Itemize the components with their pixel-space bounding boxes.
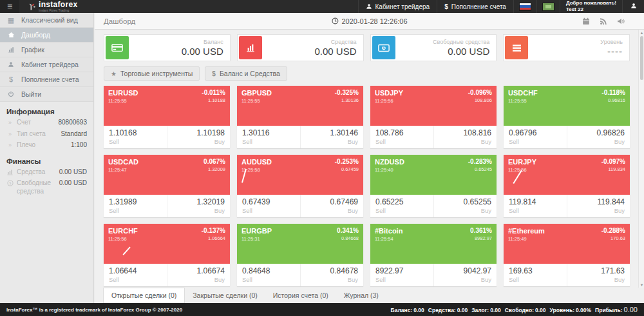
buy-quote-button[interactable]: 0.67469 Buy (300, 195, 364, 217)
deposit-button[interactable]: $ Пополнение счета (437, 0, 513, 13)
sell-quote-button[interactable]: 0.96796 Sell (504, 126, 567, 148)
trader-cabinet-button[interactable]: Кабинет трейдера (358, 0, 437, 13)
tile-time: 11:25:55 (242, 98, 272, 104)
sell-quote-button[interactable]: 8922.97 Sell (370, 264, 433, 286)
side-row-value: Standard (61, 130, 87, 137)
tile-header: AUDUSD 11:25:58 -0.253% 0.67459 (237, 155, 363, 195)
side-row-label: Плечо (17, 141, 68, 150)
stat-label: Залог: (471, 307, 489, 313)
buy-quote-button[interactable]: 9042.97 Buy (433, 264, 497, 286)
trading-instruments-button[interactable]: ★ Торговые инструменты (104, 66, 200, 81)
person-icon (366, 3, 372, 10)
sell-quote-button[interactable]: 169.63 Sell (504, 264, 567, 286)
clock-icon (331, 17, 338, 25)
trader-cabinet-label: Кабинет трейдера (375, 3, 430, 10)
tile-quotes: 0.67439 Sell 0.67469 Buy (237, 195, 363, 217)
dollar-icon: $ (6, 75, 15, 83)
language-russian-button[interactable] (513, 0, 536, 13)
sell-quote-button[interactable]: 0.65225 Sell (370, 195, 433, 217)
tile-ethereum[interactable]: #Ethereum 11:25:49 -0.288% 170.63 169.63… (504, 224, 630, 286)
sidebar-item-classic-view[interactable]: ▦ Классический вид (0, 13, 93, 28)
tile-audusd[interactable]: AUDUSD 11:25:58 -0.253% 0.67459 0.67439 … (237, 155, 363, 217)
calendar-icon[interactable] (582, 17, 590, 25)
rss-icon[interactable] (600, 17, 607, 25)
sell-price: 1.06644 (109, 266, 162, 275)
tile-eurchf[interactable]: EURCHF 11:25:56 -0.137% 1.06664 1.06644 … (104, 224, 230, 286)
user-menu-button[interactable] (622, 0, 644, 13)
tile-usdjpy[interactable]: USDJPY 11:25:56 -0.096% 108.806 108.786 … (370, 86, 497, 148)
menu-toggle-button[interactable]: ≡ (0, 0, 19, 13)
buy-quote-button[interactable]: 1.32019 Buy (167, 195, 231, 217)
tile-usdchf[interactable]: USDCHF 11:25:55 -0.118% 0.96816 0.96796 … (504, 86, 630, 148)
sidebar-item-logout[interactable]: Выйти (0, 87, 93, 102)
tile-eurusd[interactable]: EURUSD 11:25:55 -0.011% 1.10188 1.10168 … (104, 86, 230, 148)
sidebar-item-label: Пополнение счета (21, 75, 79, 83)
info-row-leverage: » Плечо 1:100 (0, 140, 93, 152)
tab-open-trades[interactable]: Открытые сделки (0) (103, 288, 185, 303)
sell-quote-button[interactable]: 0.67439 Sell (237, 195, 300, 217)
buy-quote-button[interactable]: 0.96826 Buy (567, 126, 630, 148)
stat-label: Средства: (428, 307, 456, 313)
tile-change-percent: -0.283% (468, 158, 492, 165)
tile-change-percent: 0.067% (204, 158, 225, 165)
brand-logo[interactable]: instaforex Instant Forex Trading (19, 0, 82, 13)
vertical-scrollbar[interactable]: ▲ ▼ (638, 30, 644, 288)
sell-quote-button[interactable]: 1.10168 Sell (104, 126, 167, 148)
tile-last-price: 108.806 (468, 97, 492, 103)
scroll-down-arrow[interactable]: ▼ (639, 282, 644, 288)
sell-quote-button[interactable]: 1.06644 Sell (104, 264, 167, 286)
scrollbar-thumb[interactable] (640, 36, 643, 80)
buy-quote-button[interactable]: 108.816 Buy (433, 126, 497, 148)
card-value: 0.00 USD (314, 46, 356, 57)
sell-quote-button[interactable]: 119.814 Sell (504, 195, 567, 217)
tile-symbol: USDCAD (108, 158, 138, 166)
side-row-value: 0.00 USD (59, 179, 87, 186)
buy-label: Buy (573, 207, 625, 214)
tile-usdcad[interactable]: USDCAD 11:25:47 0.067% 1.32009 1.31989 S… (104, 155, 230, 217)
tile-nzdusd[interactable]: NZDUSD 11:25:40 -0.283% 0.65245 0.65225 … (370, 155, 497, 217)
sell-quote-button[interactable]: 108.786 Sell (370, 126, 433, 148)
buy-label: Buy (573, 138, 625, 145)
tile-quotes: 169.63 Sell 171.63 Buy (504, 264, 630, 286)
tile-bitcoin[interactable]: #Bitcoin 11:25:54 0.361% 8982.97 8922.97… (370, 224, 497, 286)
megaphone-icon[interactable] (617, 17, 625, 25)
scroll-up-arrow[interactable]: ▲ (639, 30, 644, 35)
toolbar: ★ Торговые инструменты $ Баланс и Средст… (95, 64, 644, 82)
sell-quote-button[interactable]: 0.84648 Sell (237, 264, 300, 286)
tile-quotes: 1.06644 Sell 1.06674 Buy (104, 264, 230, 286)
tab-closed-trades[interactable]: Закрытые сделки (0) (185, 288, 265, 303)
sell-price: 1.10168 (109, 128, 162, 137)
language-alt-button[interactable] (536, 0, 560, 13)
sidebar-item-trader-cabinet[interactable]: Кабинет трейдера (0, 57, 93, 72)
tile-quotes: 1.10168 Sell 1.10198 Buy (104, 126, 230, 148)
tile-gbpusd[interactable]: GBPUSD 11:25:55 -0.325% 1.30136 1.30116 … (237, 86, 363, 148)
card-value: 0.00 USD (182, 46, 223, 57)
tile-time: 11:25:40 (375, 167, 404, 173)
tile-eurjpy[interactable]: EURJPY 11:25:56 -0.097% 119.834 119.814 … (504, 155, 630, 217)
sidebar-item-deposit[interactable]: $ Пополнение счета (0, 72, 93, 87)
chart-icon (6, 46, 15, 53)
tab-journal[interactable]: Журнал (3) (336, 288, 386, 303)
buy-quote-button[interactable]: 171.63 Buy (567, 264, 630, 286)
svg-text:$: $ (9, 181, 11, 185)
stat-label: Баланс: (391, 307, 413, 313)
sidebar-item-chart[interactable]: График (0, 43, 93, 57)
sidebar-item-label: Кабинет трейдера (21, 61, 79, 68)
tile-eurgbp[interactable]: EURGBP 11:25:31 0.341% 0.84668 0.84648 S… (237, 224, 363, 286)
tile-time: 11:25:54 (375, 236, 402, 242)
balance-funds-button[interactable]: $ Баланс и Средства (205, 66, 287, 81)
buy-quote-button[interactable]: 119.844 Buy (567, 195, 630, 217)
buy-quote-button[interactable]: 0.65255 Buy (433, 195, 497, 217)
side-row-label: Счет (17, 119, 55, 127)
buy-quote-button[interactable]: 1.30146 Buy (300, 126, 364, 148)
sell-quote-button[interactable]: 1.30116 Sell (237, 126, 300, 148)
tile-header: EURGBP 11:25:31 0.341% 0.84668 (237, 224, 363, 264)
buy-label: Buy (306, 207, 359, 214)
tab-account-history[interactable]: История счета (0) (265, 288, 336, 303)
sidebar-item-dashboard[interactable]: Дашборд (0, 28, 93, 43)
sell-quote-button[interactable]: 1.31989 Sell (104, 195, 167, 217)
chart-icon (6, 169, 14, 175)
buy-quote-button[interactable]: 1.06674 Buy (167, 264, 231, 286)
buy-quote-button[interactable]: 1.10198 Buy (167, 126, 231, 148)
buy-quote-button[interactable]: 0.84678 Buy (300, 264, 364, 286)
